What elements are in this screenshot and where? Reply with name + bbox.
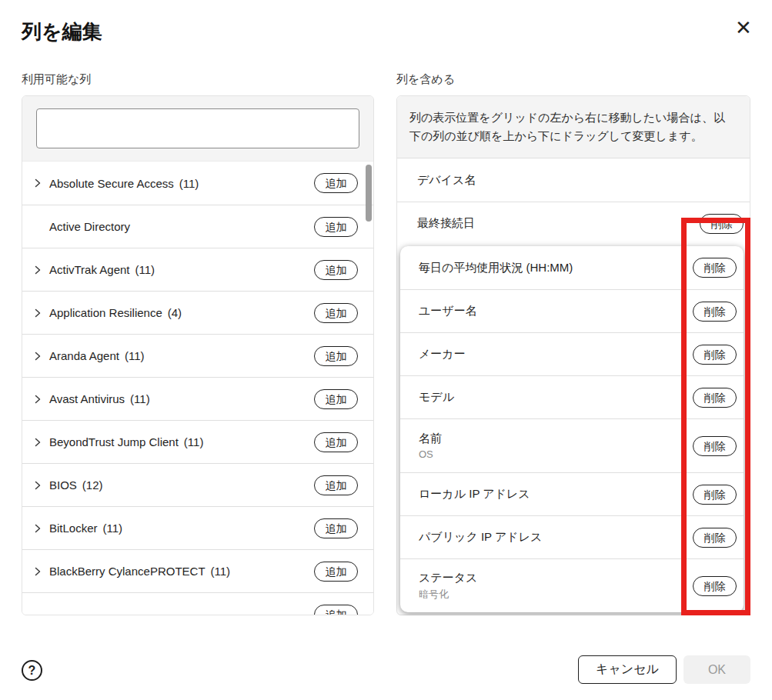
column-name: デバイス名 xyxy=(417,173,476,188)
column-name: ローカル IP アドレス xyxy=(419,487,530,502)
column-count: (11) xyxy=(130,392,150,405)
chevron-right-icon[interactable] xyxy=(33,265,42,275)
chevron-right-icon[interactable] xyxy=(33,481,42,490)
available-column-row[interactable]: BIOS (12) 追加 xyxy=(22,463,373,506)
column-count: (4) xyxy=(168,306,182,319)
remove-column-button[interactable]: 削除 xyxy=(693,436,737,456)
included-columns-list: デバイス名 最終接続日 削除 xyxy=(397,158,750,245)
available-column-row[interactable]: Absolute Secure Access (11) 追加 xyxy=(22,162,373,205)
help-icon[interactable]: ? xyxy=(22,660,42,681)
reorder-instructions: 列の表示位置をグリッドの左から右に移動したい場合は、以下の列の並び順を上から下に… xyxy=(397,96,750,158)
column-name: BlackBerry CylancePROTECT xyxy=(49,565,206,578)
remove-column-button[interactable]: 削除 xyxy=(693,302,737,322)
chevron-right-icon[interactable] xyxy=(33,352,42,361)
column-name: BeyondTrust Jump Client xyxy=(49,435,179,448)
remove-column-button[interactable]: 削除 xyxy=(693,345,737,365)
chevron-right-icon[interactable] xyxy=(33,178,42,188)
available-column-row[interactable]: Avast Antivirus (11) 追加 xyxy=(22,377,373,420)
add-column-button[interactable]: 追加 xyxy=(314,260,358,280)
close-icon[interactable]: ✕ xyxy=(727,11,760,45)
column-name: ActivTrak Agent xyxy=(49,263,130,276)
column-count: (11) xyxy=(184,435,204,448)
included-column-row[interactable]: メーカー 削除 xyxy=(400,332,744,375)
footer-actions: キャンセル OK xyxy=(578,655,750,684)
column-name: ステータス xyxy=(419,571,477,585)
ok-button[interactable]: OK xyxy=(683,655,750,684)
available-column-row[interactable]: Application Resilience (4) 追加 xyxy=(22,291,373,334)
column-name: Aranda Agent xyxy=(49,349,119,362)
included-columns-card-list: 毎日の平均使用状況 (HH:MM) 削除 ユーザー名 削除 メーカー 削除 モデ… xyxy=(400,246,744,612)
remove-column-button[interactable]: 削除 xyxy=(693,388,737,408)
included-columns-label: 列を含める xyxy=(396,72,455,87)
column-name: Avast Antivirus xyxy=(49,392,125,405)
available-column-row[interactable]: BitLocker (11) 追加 xyxy=(22,506,373,549)
remove-column-button[interactable]: 削除 xyxy=(700,214,744,234)
column-name: 名前 xyxy=(419,432,442,446)
add-column-button[interactable]: 追加 xyxy=(314,605,358,616)
available-columns-label: 利用可能な列 xyxy=(22,72,91,87)
available-column-row[interactable]: BeyondTrust Jump Client (11) 追加 xyxy=(22,420,373,463)
add-column-button[interactable]: 追加 xyxy=(314,518,358,538)
column-count: (11) xyxy=(135,263,155,276)
add-column-button[interactable]: 追加 xyxy=(314,562,358,582)
column-name: パブリック IP アドレス xyxy=(419,530,542,545)
column-name: ユーザー名 xyxy=(419,304,477,318)
column-count: (11) xyxy=(125,349,145,362)
included-column-row[interactable]: 名前 OS 削除 xyxy=(400,418,744,472)
edit-columns-dialog: 列を編集 ✕ 利用可能な列 列を含める Absolute Secure Acce… xyxy=(0,0,772,700)
add-column-button[interactable]: 追加 xyxy=(314,475,358,495)
column-name: 最終接続日 xyxy=(417,216,475,231)
column-count: (11) xyxy=(211,565,231,578)
cancel-button[interactable]: キャンセル xyxy=(578,655,677,684)
column-count: (11) xyxy=(103,522,123,535)
add-column-button[interactable]: 追加 xyxy=(314,173,358,193)
add-column-button[interactable]: 追加 xyxy=(314,389,358,409)
chevron-right-icon[interactable] xyxy=(33,438,42,447)
chevron-right-icon[interactable] xyxy=(33,395,42,404)
included-column-row[interactable]: パブリック IP アドレス 削除 xyxy=(400,515,744,558)
included-column-row[interactable]: ステータス 暗号化 削除 xyxy=(400,558,744,612)
search-area xyxy=(22,96,373,162)
included-column-row[interactable]: モデル 削除 xyxy=(400,375,744,418)
remove-column-button[interactable]: 削除 xyxy=(693,258,737,278)
available-columns-list: Absolute Secure Access (11) 追加 Active Di… xyxy=(22,162,373,615)
column-subtitle: OS xyxy=(419,448,442,460)
included-column-row[interactable]: ローカル IP アドレス 削除 xyxy=(400,472,744,515)
chevron-right-icon[interactable] xyxy=(33,524,42,533)
remove-column-button[interactable]: 削除 xyxy=(693,485,737,505)
column-subtitle: 暗号化 xyxy=(419,588,477,602)
column-name: 毎日の平均使用状況 (HH:MM) xyxy=(419,261,573,275)
available-column-row[interactable]: Aranda Agent (11) 追加 xyxy=(22,334,373,377)
included-column-row[interactable]: デバイス名 xyxy=(397,158,750,202)
column-name: Active Directory xyxy=(49,220,130,233)
column-name: Absolute Secure Access xyxy=(49,177,174,190)
column-name: メーカー xyxy=(419,347,466,362)
available-columns-panel: Absolute Secure Access (11) 追加 Active Di… xyxy=(22,95,374,615)
available-column-row[interactable]: Active Directory 追加 xyxy=(22,205,373,248)
add-column-button[interactable]: 追加 xyxy=(314,432,358,452)
dialog-title: 列を編集 xyxy=(22,18,102,45)
draggable-columns-card: 毎日の平均使用状況 (HH:MM) 削除 ユーザー名 削除 メーカー 削除 モデ… xyxy=(400,246,744,612)
column-name: Application Resilience xyxy=(49,306,162,319)
remove-column-button[interactable]: 削除 xyxy=(693,528,737,548)
included-columns-panel: 列の表示位置をグリッドの左から右に移動したい場合は、以下の列の並び順を上から下に… xyxy=(396,95,766,615)
included-column-row[interactable]: 毎日の平均使用状況 (HH:MM) 削除 xyxy=(400,246,744,289)
included-column-row[interactable]: 最終接続日 削除 xyxy=(397,202,750,245)
available-column-row[interactable]: BlackBerry CylancePROTECT (11) 追加 xyxy=(22,549,373,592)
add-column-button[interactable]: 追加 xyxy=(314,346,358,366)
column-name: BIOS xyxy=(49,478,77,492)
column-count: (12) xyxy=(82,478,103,492)
available-column-row[interactable]: 追加 xyxy=(22,592,373,615)
column-name: モデル xyxy=(419,390,454,405)
available-column-row[interactable]: ActivTrak Agent (11) 追加 xyxy=(22,248,373,291)
remove-column-button[interactable]: 削除 xyxy=(693,576,737,596)
search-input[interactable] xyxy=(36,108,359,148)
scrollbar-thumb[interactable] xyxy=(366,165,372,222)
chevron-right-icon[interactable] xyxy=(33,308,42,318)
add-column-button[interactable]: 追加 xyxy=(314,303,358,323)
column-count: (11) xyxy=(179,177,199,190)
add-column-button[interactable]: 追加 xyxy=(314,217,358,237)
column-name: BitLocker xyxy=(49,522,98,535)
chevron-right-icon[interactable] xyxy=(33,567,42,576)
included-column-row[interactable]: ユーザー名 削除 xyxy=(400,289,744,332)
